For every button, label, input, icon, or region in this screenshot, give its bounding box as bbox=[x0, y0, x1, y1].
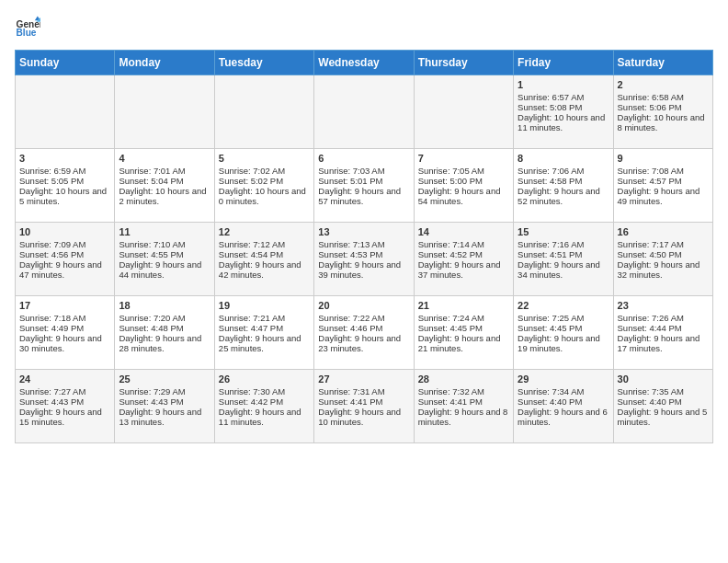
day-info-line: Sunset: 4:44 PM bbox=[618, 323, 709, 333]
day-info-line: Sunset: 4:45 PM bbox=[418, 323, 509, 333]
day-info-line: Daylight: 9 hours and 30 minutes. bbox=[19, 333, 110, 353]
day-info-line: Daylight: 10 hours and 0 minutes. bbox=[219, 186, 310, 206]
day-number: 2 bbox=[618, 79, 709, 90]
day-header-tuesday: Tuesday bbox=[214, 51, 313, 75]
day-info-line: Sunrise: 7:24 AM bbox=[418, 313, 509, 323]
calendar-cell: 8Sunrise: 7:06 AMSunset: 4:58 PMDaylight… bbox=[514, 149, 613, 223]
day-info-line: Sunrise: 7:14 AM bbox=[418, 239, 509, 249]
day-info-line: Daylight: 9 hours and 47 minutes. bbox=[19, 259, 110, 280]
day-info-line: Sunrise: 7:05 AM bbox=[418, 166, 509, 176]
calendar-cell: 3Sunrise: 6:59 AMSunset: 5:05 PMDaylight… bbox=[16, 149, 115, 223]
calendar-cell: 30Sunrise: 7:35 AMSunset: 4:40 PMDayligh… bbox=[613, 370, 712, 443]
day-info-line: Daylight: 9 hours and 8 minutes. bbox=[418, 407, 509, 427]
day-info-line: Sunrise: 6:59 AM bbox=[19, 166, 110, 176]
day-info-line: Daylight: 9 hours and 52 minutes. bbox=[518, 186, 609, 206]
day-info-line: Sunrise: 7:30 AM bbox=[219, 386, 310, 396]
day-number: 30 bbox=[618, 373, 709, 385]
day-number: 8 bbox=[518, 153, 609, 164]
day-info-line: Sunrise: 7:34 AM bbox=[518, 386, 609, 396]
day-number: 15 bbox=[518, 226, 609, 237]
day-number: 6 bbox=[318, 153, 409, 164]
day-info-line: Daylight: 9 hours and 10 minutes. bbox=[318, 407, 409, 427]
day-info-line: Daylight: 9 hours and 25 minutes. bbox=[219, 333, 310, 353]
day-info-line: Sunset: 5:04 PM bbox=[119, 176, 210, 186]
calendar-cell: 18Sunrise: 7:20 AMSunset: 4:48 PMDayligh… bbox=[115, 296, 214, 370]
day-info-line: Sunset: 4:51 PM bbox=[518, 249, 609, 259]
day-info-line: Sunrise: 6:57 AM bbox=[518, 92, 609, 102]
calendar-cell: 26Sunrise: 7:30 AMSunset: 4:42 PMDayligh… bbox=[214, 370, 313, 443]
day-number: 3 bbox=[19, 153, 110, 164]
day-number: 10 bbox=[19, 226, 110, 237]
day-number: 26 bbox=[219, 373, 310, 385]
day-info-line: Daylight: 9 hours and 11 minutes. bbox=[219, 407, 310, 427]
day-info-line: Sunset: 4:41 PM bbox=[418, 396, 509, 407]
day-number: 11 bbox=[119, 226, 210, 237]
day-info-line: Daylight: 9 hours and 39 minutes. bbox=[318, 259, 409, 280]
day-info-line: Sunset: 4:53 PM bbox=[318, 249, 409, 259]
day-info-line: Sunrise: 7:31 AM bbox=[318, 386, 409, 396]
day-info-line: Sunrise: 7:09 AM bbox=[19, 239, 110, 249]
day-number: 22 bbox=[518, 300, 609, 311]
week-row-3: 10Sunrise: 7:09 AMSunset: 4:56 PMDayligh… bbox=[16, 223, 713, 296]
day-info-line: Sunrise: 7:01 AM bbox=[119, 166, 210, 176]
day-number: 27 bbox=[318, 373, 409, 385]
day-info-line: Daylight: 9 hours and 57 minutes. bbox=[318, 186, 409, 206]
logo: General Blue bbox=[15, 15, 44, 40]
day-header-monday: Monday bbox=[115, 51, 214, 75]
day-info-line: Sunset: 4:48 PM bbox=[119, 323, 210, 333]
day-info-line: Sunrise: 7:16 AM bbox=[518, 239, 609, 249]
day-info-line: Sunrise: 7:20 AM bbox=[119, 313, 210, 323]
day-info-line: Sunset: 4:58 PM bbox=[518, 176, 609, 186]
day-info-line: Sunset: 5:08 PM bbox=[518, 102, 609, 112]
day-info-line: Sunrise: 6:58 AM bbox=[618, 92, 709, 102]
calendar-cell: 28Sunrise: 7:32 AMSunset: 4:41 PMDayligh… bbox=[414, 370, 513, 443]
day-info-line: Sunrise: 7:26 AM bbox=[618, 313, 709, 323]
day-info-line: Sunset: 5:06 PM bbox=[618, 102, 709, 112]
calendar-cell: 6Sunrise: 7:03 AMSunset: 5:01 PMDaylight… bbox=[314, 149, 414, 223]
day-info-line: Sunset: 5:00 PM bbox=[418, 176, 509, 186]
calendar-cell bbox=[115, 75, 214, 149]
day-info-line: Daylight: 9 hours and 15 minutes. bbox=[19, 407, 110, 427]
calendar-cell bbox=[214, 75, 313, 149]
calendar-cell bbox=[314, 75, 414, 149]
calendar-cell: 7Sunrise: 7:05 AMSunset: 5:00 PMDaylight… bbox=[414, 149, 513, 223]
day-header-friday: Friday bbox=[514, 51, 613, 75]
day-header-sunday: Sunday bbox=[16, 51, 115, 75]
day-number: 17 bbox=[19, 300, 110, 311]
day-info-line: Sunset: 4:54 PM bbox=[219, 249, 310, 259]
day-info-line: Daylight: 10 hours and 5 minutes. bbox=[19, 186, 110, 206]
day-number: 1 bbox=[518, 79, 609, 90]
day-info-line: Daylight: 9 hours and 19 minutes. bbox=[518, 333, 609, 353]
calendar-table: SundayMondayTuesdayWednesdayThursdayFrid… bbox=[15, 50, 713, 443]
day-info-line: Sunset: 4:46 PM bbox=[318, 323, 409, 333]
day-info-line: Sunrise: 7:17 AM bbox=[618, 239, 709, 249]
calendar-cell: 13Sunrise: 7:13 AMSunset: 4:53 PMDayligh… bbox=[314, 223, 414, 296]
day-info-line: Daylight: 9 hours and 37 minutes. bbox=[418, 259, 509, 280]
day-info-line: Sunset: 5:05 PM bbox=[19, 176, 110, 186]
day-info-line: Daylight: 9 hours and 21 minutes. bbox=[418, 333, 509, 353]
day-info-line: Sunset: 5:02 PM bbox=[219, 176, 310, 186]
day-header-saturday: Saturday bbox=[613, 51, 712, 75]
day-info-line: Sunrise: 7:13 AM bbox=[318, 239, 409, 249]
day-header-wednesday: Wednesday bbox=[314, 51, 414, 75]
calendar-cell: 22Sunrise: 7:25 AMSunset: 4:45 PMDayligh… bbox=[514, 296, 613, 370]
day-header-thursday: Thursday bbox=[414, 51, 513, 75]
day-info-line: Daylight: 9 hours and 49 minutes. bbox=[618, 186, 709, 206]
calendar-cell: 25Sunrise: 7:29 AMSunset: 4:43 PMDayligh… bbox=[115, 370, 214, 443]
day-info-line: Sunset: 4:41 PM bbox=[318, 396, 409, 407]
calendar-cell: 15Sunrise: 7:16 AMSunset: 4:51 PMDayligh… bbox=[514, 223, 613, 296]
day-info-line: Daylight: 9 hours and 13 minutes. bbox=[119, 407, 210, 427]
day-number: 20 bbox=[318, 300, 409, 311]
day-info-line: Sunset: 4:40 PM bbox=[618, 396, 709, 407]
day-info-line: Daylight: 9 hours and 54 minutes. bbox=[418, 186, 509, 206]
calendar-cell: 19Sunrise: 7:21 AMSunset: 4:47 PMDayligh… bbox=[214, 296, 313, 370]
calendar-cell: 11Sunrise: 7:10 AMSunset: 4:55 PMDayligh… bbox=[115, 223, 214, 296]
calendar-cell: 20Sunrise: 7:22 AMSunset: 4:46 PMDayligh… bbox=[314, 296, 414, 370]
day-number: 9 bbox=[618, 153, 709, 164]
calendar-cell: 24Sunrise: 7:27 AMSunset: 4:43 PMDayligh… bbox=[16, 370, 115, 443]
day-info-line: Sunrise: 7:35 AM bbox=[618, 386, 709, 396]
day-info-line: Daylight: 9 hours and 17 minutes. bbox=[618, 333, 709, 353]
day-info-line: Sunset: 4:42 PM bbox=[219, 396, 310, 407]
day-number: 14 bbox=[418, 226, 509, 237]
day-number: 13 bbox=[318, 226, 409, 237]
